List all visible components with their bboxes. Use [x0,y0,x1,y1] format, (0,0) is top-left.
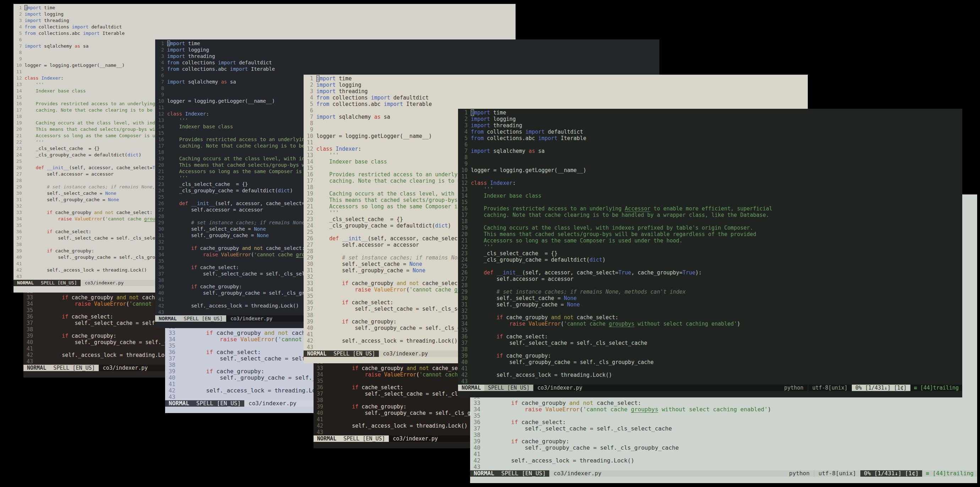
line-text: self._access_lock = threading.Lock() [179,388,329,394]
code-line: 10logger = logging.getLogger(__name__) [458,167,962,174]
line-number: 6 [13,37,24,43]
code-line: 3import threading [13,18,515,24]
line-number: 34 [24,301,36,307]
line-number: 1 [13,5,24,11]
filename: co3/indexer.py [389,436,442,442]
line-number: 26 [13,164,24,171]
line-text: if cache_groupby and not cache_select: [167,245,305,251]
line-number: 10 [155,98,167,104]
line-number: 12 [304,146,317,152]
line-number: 37 [304,306,317,312]
line-number: 24 [13,152,24,158]
line-text: if cache_select: [471,334,548,340]
code-line: 2import logging [13,11,515,18]
line-text: import logging [471,116,515,122]
line-number: 39 [24,333,36,339]
filename: co3/indexer.py [244,400,301,407]
line-number: 6 [155,72,167,78]
line-number: 18 [304,184,317,190]
line-number: 25 [13,158,24,164]
position-indicator: 0% [1/431↓] [1¢] [860,470,922,477]
line-text: def __init__(self, accessor, cache_selec… [471,270,702,276]
line-text: import time [167,40,200,46]
line-number: 5 [458,135,471,142]
line-number: 43 [304,344,317,351]
code-line: 30 self._select_cache = None [458,295,962,302]
line-number: 33 [313,365,326,372]
line-text: if cache_groupby and not cache_select: [317,280,464,286]
line-number: 38 [470,432,484,438]
line-number: 40 [470,445,484,451]
line-number: 39 [155,283,167,290]
line-text: self._select_cache = self._cls_select_ca… [484,425,672,432]
spell-indicator: SPELL [EN_US] [193,400,244,407]
line-number: 15 [13,94,24,101]
line-text: logger = logging.getLogger(__name__) [167,98,275,104]
code-line: 2import logging [155,46,659,53]
line-text: if cache_select: [484,419,566,425]
cursor: i [167,40,170,46]
line-number: 2 [458,116,471,122]
line-number: 27 [13,171,24,177]
line-number: 7 [155,78,167,85]
line-number: 17 [458,212,471,218]
line-text: self._access_lock = threading.Lock() [36,352,177,358]
line-text: import logging [24,11,64,18]
line-number: 33 [470,400,484,406]
line-text: self.accessor = accessor [167,206,263,213]
code-line: 1import time [304,75,808,82]
line-text: from collections import defaultdict [167,59,272,66]
line-text: import time [317,75,352,82]
line-number: 38 [165,362,179,368]
code-line: 36 if cache_select: [470,419,977,425]
cursor: i [317,75,320,82]
line-text: caching. Note that cache clearing is to … [471,212,769,218]
code-line: 17 caching. Note that cache clearing is … [458,212,962,218]
line-number: 8 [155,85,167,91]
line-number: 16 [13,101,24,107]
code-line: 4from collections import defaultdict [458,129,962,135]
line-number: 20 [13,126,24,133]
line-number: 34 [13,216,24,222]
line-number: 42 [458,372,471,378]
line-number: 37 [155,270,167,277]
line-text: logger = logging.getLogger(__name__) [317,133,432,139]
line-number: 11 [13,69,24,75]
line-text: self._access_lock = threading.Lock() [471,372,612,378]
spell-indicator: SPELL [EN_US] [340,436,388,442]
line-text: if cache_groupby and not cache_select: [326,365,474,372]
line-number: 25 [155,194,167,200]
code-line: 21 Accessors so long as the same Compose… [458,238,962,244]
cursor: i [24,5,27,10]
line-text: ''' [317,210,339,216]
line-number: 42 [165,388,179,394]
code-area[interactable]: 1import time2import logging3import threa… [458,109,962,385]
code-line: 39 if cache_groupby: [470,438,977,445]
line-number: 39 [313,404,326,410]
line-text: self._groupby_cache = self._cls_groupby_… [484,445,679,451]
line-number: 21 [458,238,471,244]
line-number: 43 [458,378,471,385]
line-number: 37 [313,391,326,397]
line-number: 39 [13,248,24,254]
line-text: _cls_groupby_cache = defaultdict(dict) [317,222,451,229]
desktop: 1import time2import logging3import threa… [0,0,980,487]
vim-window-g[interactable]: 1import time2import logging3import threa… [458,109,962,398]
line-number: 21 [155,168,167,174]
code-line: 7import sqlalchemy as sa [458,148,962,154]
line-number: 19 [458,225,471,231]
line-number: 15 [458,199,471,206]
code-line: 36 if cache_select: [458,334,962,340]
line-number: 13 [13,81,24,88]
line-number: 32 [155,238,167,245]
line-number: 33 [155,245,167,251]
code-line: 1import time [458,110,962,116]
spell-indicator: SPELL [EN_US] [484,385,533,391]
filetype-indicator: python [780,385,808,391]
line-text: self._select_cache = None [24,190,116,196]
line-number: 21 [304,203,317,210]
line-text: from collections import defaultdict [317,94,429,101]
cursor: i [471,110,474,116]
filename: co3/indexer.py [99,365,152,371]
line-number: 36 [313,384,326,391]
